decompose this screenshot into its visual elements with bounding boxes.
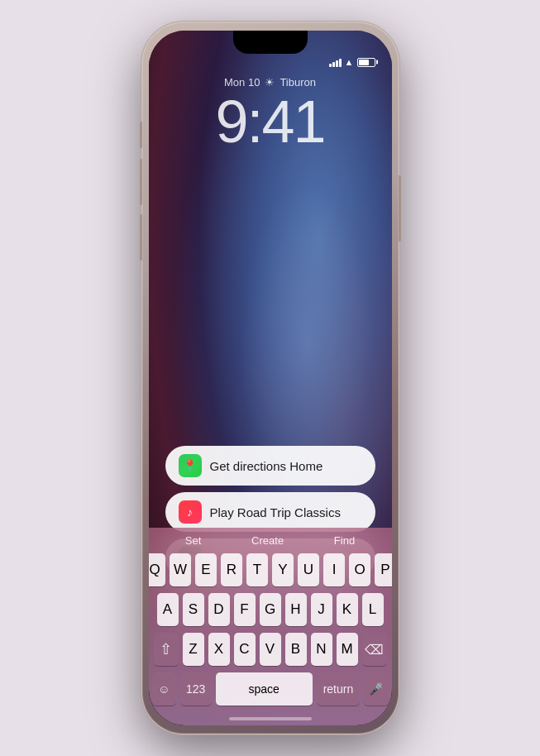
key-y[interactable]: Y: [272, 553, 294, 586]
battery-icon: [357, 58, 375, 67]
key-x[interactable]: X: [208, 633, 230, 666]
volume-down-button: [140, 214, 142, 261]
key-m[interactable]: M: [337, 633, 358, 666]
power-button: [399, 175, 401, 242]
signal-bar-1: [329, 64, 332, 67]
key-a[interactable]: A: [157, 593, 179, 626]
key-i[interactable]: I: [323, 553, 345, 586]
key-l[interactable]: L: [362, 593, 384, 626]
microphone-key[interactable]: 🎤: [364, 672, 388, 706]
signal-bar-4: [339, 59, 342, 67]
notch: [233, 31, 308, 54]
key-z[interactable]: Z: [183, 633, 204, 666]
suggestion-music[interactable]: ♪ Play Road Trip Classics: [165, 492, 375, 532]
keyboard-rows: Q W E R T Y U I O P A S D F G: [152, 553, 389, 666]
music-icon: ♪: [179, 500, 202, 524]
key-p[interactable]: P: [375, 553, 392, 586]
key-e[interactable]: E: [195, 553, 217, 586]
key-g[interactable]: G: [260, 593, 281, 626]
key-f[interactable]: F: [234, 593, 256, 626]
key-v[interactable]: V: [260, 633, 281, 666]
location-label: Tiburon: [280, 76, 316, 89]
date-weather-bar: Mon 10 ☀ Tiburon: [224, 76, 316, 89]
date-label: Mon 10: [224, 76, 260, 89]
music-note-icon: ♪: [187, 505, 193, 519]
keyboard-shortcuts-row: Set Create Find: [152, 534, 389, 547]
suggestion-directions[interactable]: 📍 Get directions Home: [165, 446, 375, 486]
suggestion-music-text: Play Road Trip Classics: [210, 505, 341, 519]
keyboard-bottom-row: ☺ 123 space return 🎤: [152, 672, 389, 722]
key-r[interactable]: R: [221, 553, 242, 586]
maps-pin-icon: 📍: [183, 459, 197, 472]
123-key[interactable]: 123: [180, 672, 212, 706]
key-w[interactable]: W: [170, 553, 191, 586]
status-icons: ▲: [329, 57, 375, 67]
keyboard-row-3: ⇧ Z X C V B N M ⌫: [154, 633, 387, 666]
key-s[interactable]: S: [183, 593, 204, 626]
time-display: 9:41: [215, 92, 324, 151]
signal-bar-2: [332, 62, 335, 67]
sun-icon: ☀: [265, 76, 275, 89]
battery-fill: [359, 60, 370, 65]
space-key[interactable]: space: [216, 672, 313, 706]
key-n[interactable]: N: [311, 633, 332, 666]
key-d[interactable]: D: [208, 593, 230, 626]
key-j[interactable]: J: [311, 593, 332, 626]
volume-up-button: [140, 159, 142, 205]
key-h[interactable]: H: [285, 593, 307, 626]
phone-screen: ▲ Mon 10 ☀ Tiburon 9:41 📍: [149, 31, 392, 725]
suggestion-directions-text: Get directions Home: [210, 459, 323, 473]
key-b[interactable]: B: [285, 633, 307, 666]
delete-key[interactable]: ⌫: [362, 633, 387, 666]
keyboard: Set Create Find Q W E R T Y U I O P: [149, 528, 392, 725]
key-o[interactable]: O: [349, 553, 370, 586]
keyboard-row-1: Q W E R T Y U I O P: [154, 553, 387, 586]
keyboard-row-2: A S D F G H J K L: [154, 593, 387, 626]
shortcut-set[interactable]: Set: [185, 534, 202, 547]
home-indicator: [229, 717, 312, 720]
signal-bar-3: [336, 60, 338, 67]
return-key[interactable]: return: [317, 672, 361, 706]
signal-icon: [329, 57, 342, 67]
lock-screen-content: Mon 10 ☀ Tiburon 9:41: [149, 76, 392, 151]
key-c[interactable]: C: [234, 633, 256, 666]
shift-key[interactable]: ⇧: [154, 633, 179, 666]
key-k[interactable]: K: [337, 593, 358, 626]
key-q[interactable]: Q: [149, 553, 166, 586]
wifi-icon: ▲: [345, 57, 354, 67]
key-t[interactable]: T: [246, 553, 268, 586]
maps-icon: 📍: [179, 454, 202, 477]
emoji-key[interactable]: ☺: [152, 672, 176, 706]
shortcut-create[interactable]: Create: [251, 534, 284, 547]
mute-button: [140, 122, 142, 148]
key-u[interactable]: U: [298, 553, 319, 586]
phone-frame: ▲ Mon 10 ☀ Tiburon 9:41 📍: [142, 22, 399, 734]
shortcut-find[interactable]: Find: [334, 534, 355, 547]
